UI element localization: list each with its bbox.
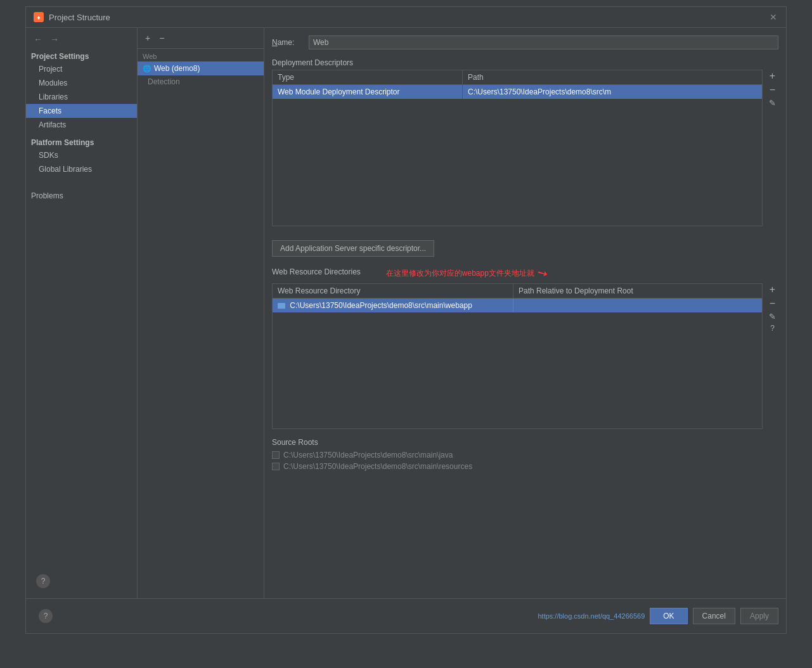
detection-item[interactable]: Detection	[138, 75, 264, 88]
wrd-path-cell	[513, 299, 762, 312]
wrd-table-container: Web Resource Directory Path Relative to …	[272, 283, 778, 429]
source-roots-section: Source Roots C:\Users\13750\IdeaProjects…	[272, 438, 778, 471]
dd-edit-button[interactable]: ✎	[766, 98, 778, 108]
ok-button[interactable]: OK	[650, 608, 687, 624]
sidebar-item-artifacts[interactable]: Artifacts	[26, 118, 137, 132]
name-label: Name:	[272, 38, 304, 47]
deployment-descriptors-section: Deployment Descriptors Type Path Web Mod…	[272, 58, 778, 226]
wrd-dir-cell: C:\Users\13750\IdeaProjects\demo8\src\ma…	[273, 299, 513, 312]
name-input[interactable]	[309, 35, 778, 49]
dd-side-buttons: + − ✎	[766, 70, 778, 226]
right-panel: Name: Deployment Descriptors Type Path	[264, 28, 786, 598]
center-panel: + − Web 🌐 Web (demo8) Detection	[138, 28, 264, 598]
dd-table-container: Type Path Web Module Deployment Descript…	[272, 70, 778, 226]
dd-col-type-header: Type	[273, 70, 463, 84]
apply-button[interactable]: Apply	[740, 608, 778, 624]
dd-section-label: Deployment Descriptors	[272, 58, 778, 67]
add-descriptor-button[interactable]: Add Application Server specific descript…	[272, 240, 434, 257]
nav-row: ← →	[26, 30, 137, 48]
source-root-row-1: C:\Users\13750\IdeaProjects\demo8\src\ma…	[272, 462, 778, 471]
dd-table: Type Path Web Module Deployment Descript…	[272, 70, 763, 226]
wrd-help-button[interactable]: ?	[766, 323, 778, 333]
wrd-section-label: Web Resource Directories	[272, 267, 361, 276]
web-item-label: Web (demo8)	[154, 64, 200, 73]
dd-table-row[interactable]: Web Module Deployment Descriptor C:\User…	[273, 85, 762, 99]
dd-add-button[interactable]: +	[766, 70, 778, 82]
add-facet-button[interactable]: +	[143, 32, 153, 44]
sidebar-item-sdks[interactable]: SDKs	[26, 148, 137, 162]
source-root-path-1: C:\Users\13750\IdeaProjects\demo8\src\ma…	[283, 462, 472, 471]
cancel-button[interactable]: Cancel	[693, 608, 735, 624]
dd-type-cell: Web Module Deployment Descriptor	[273, 85, 463, 99]
title-bar: ♦ Project Structure ✕	[26, 7, 786, 28]
wrd-remove-button[interactable]: −	[766, 297, 778, 310]
platform-settings-label: Platform Settings	[26, 132, 137, 148]
bottom-right: https://blog.csdn.net/qq_44266569 OK Can…	[538, 608, 778, 624]
wrd-annotation-text: 在这里修改为你对应的webapp文件夹地址就	[386, 268, 534, 279]
source-root-checkbox-1[interactable]	[272, 463, 280, 470]
wrd-label-row: Web Resource Directories 在这里修改为你对应的webap…	[272, 266, 778, 281]
wrd-col-path-header: Path Relative to Deployment Root	[513, 284, 762, 298]
dd-remove-button[interactable]: −	[766, 84, 778, 96]
sidebar-item-problems[interactable]: Problems	[26, 189, 137, 203]
wrd-table-row[interactable]: C:\Users\13750\IdeaProjects\demo8\src\ma…	[273, 299, 762, 312]
name-row: Name:	[272, 35, 778, 49]
dd-table-header: Type Path	[273, 70, 762, 85]
source-root-path-0: C:\Users\13750\IdeaProjects\demo8\src\ma…	[283, 451, 453, 459]
sidebar-item-libraries[interactable]: Libraries	[26, 90, 137, 104]
bottom-bar: ? https://blog.csdn.net/qq_44266569 OK C…	[26, 598, 786, 633]
url-text: https://blog.csdn.net/qq_44266569	[538, 612, 645, 620]
close-button[interactable]: ✕	[768, 12, 778, 22]
app-icon: ♦	[34, 12, 44, 22]
help-button[interactable]: ?	[39, 609, 53, 623]
dialog-title: Project Structure	[49, 13, 110, 22]
web-demo8-item[interactable]: 🌐 Web (demo8)	[138, 61, 264, 75]
sidebar-item-project[interactable]: Project	[26, 62, 137, 76]
web-resource-section: Web Resource Directories 在这里修改为你对应的webap…	[272, 266, 778, 429]
sidebar: ← → Project Settings Project Modules Lib…	[26, 28, 138, 598]
source-roots-label: Source Roots	[272, 438, 778, 447]
wrd-side-buttons: + − ✎ ?	[766, 283, 778, 429]
wrd-table: Web Resource Directory Path Relative to …	[272, 283, 763, 429]
center-toolbar: + −	[138, 28, 264, 49]
forward-button[interactable]: →	[48, 33, 61, 46]
dd-path-cell: C:\Users\13750\IdeaProjects\demo8\src\m	[463, 85, 762, 99]
bottom-left: ?	[34, 604, 58, 628]
sidebar-item-modules[interactable]: Modules	[26, 76, 137, 90]
web-section-label: Web	[138, 49, 264, 61]
project-settings-label: Project Settings	[26, 48, 137, 62]
web-item-icon: 🌐	[143, 65, 151, 73]
dd-col-path-header: Path	[463, 70, 762, 84]
wrd-edit-button[interactable]: ✎	[766, 311, 778, 322]
sidebar-item-facets[interactable]: Facets	[26, 104, 137, 118]
wrd-table-header: Web Resource Directory Path Relative to …	[273, 284, 762, 299]
annotation-arrow-icon: ➘	[534, 264, 551, 282]
back-button[interactable]: ←	[31, 33, 45, 46]
source-root-checkbox-0[interactable]	[272, 451, 280, 459]
sidebar-help-button[interactable]: ?	[36, 574, 50, 588]
remove-facet-button[interactable]: −	[157, 32, 167, 44]
sidebar-item-global-libraries[interactable]: Global Libraries	[26, 162, 137, 176]
source-root-row-0: C:\Users\13750\IdeaProjects\demo8\src\ma…	[272, 451, 778, 459]
wrd-add-button[interactable]: +	[766, 283, 778, 296]
folder-icon	[278, 303, 285, 309]
wrd-col-dir-header: Web Resource Directory	[273, 284, 513, 298]
